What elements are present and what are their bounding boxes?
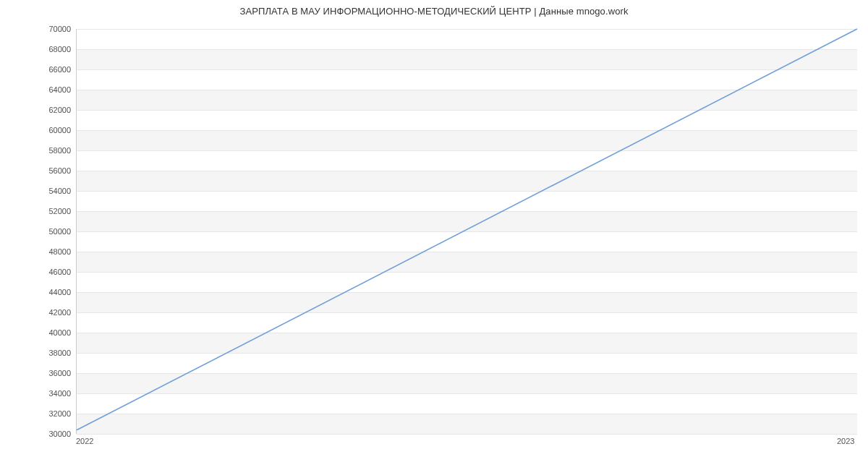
chart-line-layer (77, 29, 857, 433)
y-tick-label: 66000 (27, 65, 71, 74)
y-tick-label: 44000 (27, 288, 71, 296)
y-tick-label: 52000 (27, 207, 71, 215)
y-tick-label: 46000 (27, 268, 71, 276)
y-tick-label: 58000 (27, 146, 71, 155)
y-tick-label: 60000 (27, 126, 71, 134)
y-tick-label: 34000 (27, 389, 71, 398)
y-tick-label: 50000 (27, 227, 71, 236)
chart-title: ЗАРПЛАТА В МАУ ИНФОРМАЦИОННО-МЕТОДИЧЕСКИ… (0, 6, 868, 17)
y-tick-label: 68000 (27, 45, 71, 54)
y-tick-label: 48000 (27, 247, 71, 256)
x-tick-label: 2023 (837, 437, 854, 445)
y-tick-label: 54000 (27, 187, 71, 195)
plot-area (76, 29, 857, 434)
x-tick-label: 2022 (76, 437, 93, 445)
y-tick-label: 32000 (27, 409, 71, 418)
y-tick-label: 42000 (27, 308, 71, 317)
y-tick-label: 64000 (27, 85, 71, 94)
y-tick-label: 36000 (27, 369, 71, 377)
y-tick-label: 30000 (27, 430, 71, 438)
grid-line (77, 434, 857, 435)
y-tick-label: 38000 (27, 349, 71, 357)
chart-container: ЗАРПЛАТА В МАУ ИНФОРМАЦИОННО-МЕТОДИЧЕСКИ… (0, 0, 868, 470)
data-line (77, 29, 857, 430)
y-tick-label: 56000 (27, 166, 71, 175)
y-tick-label: 70000 (27, 25, 71, 33)
y-tick-label: 62000 (27, 106, 71, 114)
y-tick-label: 40000 (27, 328, 71, 337)
